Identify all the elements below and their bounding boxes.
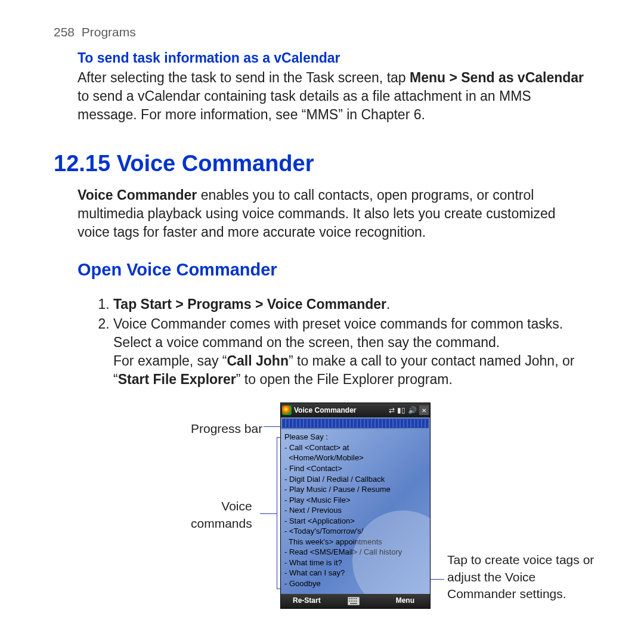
command-line: - Read <SMS/EMail> / Call history: [284, 547, 426, 558]
command-line: - What can I say?: [284, 568, 426, 578]
device-screenshot: Voice Commander ⇄ ▮▯ 🔊 ✕ Please Say : - …: [280, 402, 431, 608]
prompt-label: Please Say :: [284, 432, 426, 442]
menu-path-bold: Menu > Send as vCalendar: [410, 70, 584, 85]
command-line: - Digit Dial / Redial / Callback: [284, 474, 426, 485]
text: Tap: [113, 296, 141, 312]
callout-progress-bar: Progress bar: [191, 420, 262, 437]
volume-icon: 🔊: [408, 405, 417, 415]
path-bold: Start > Programs > Voice Commander: [141, 296, 386, 312]
step-1: Tap Start > Programs > Voice Commander.: [113, 295, 590, 314]
command-line: - Play <Music File>: [284, 495, 426, 506]
command-line: This week's> appointments: [284, 537, 426, 547]
page-header: 258 Programs: [54, 24, 590, 41]
command-line: - Find <Contact>: [284, 463, 426, 474]
callout-voice-commands: Voice commands: [191, 498, 252, 532]
windows-logo-icon: [282, 405, 292, 415]
steps-list: Tap Start > Programs > Voice Commander. …: [95, 295, 590, 389]
device-titlebar: Voice Commander ⇄ ▮▯ 🔊 ✕: [281, 403, 430, 417]
svg-rect-7: [351, 600, 352, 602]
svg-rect-3: [352, 598, 354, 599]
vcalendar-paragraph: After selecting the task to send in the …: [78, 69, 590, 124]
connectivity-icon: ⇄: [389, 405, 395, 415]
close-icon[interactable]: ✕: [419, 405, 429, 415]
subsection-heading: Open Voice Commander: [78, 258, 590, 281]
text: ” to open the File Explorer program.: [236, 371, 453, 387]
intro-bold: Voice Commander: [78, 187, 197, 203]
section-name: Programs: [82, 25, 136, 39]
command-line: - Call <Contact> at: [284, 442, 426, 453]
callout-text: commands: [191, 516, 252, 530]
progress-bar: [282, 419, 429, 428]
example-bold-2: Start File Explorer: [118, 371, 236, 387]
svg-rect-1: [349, 598, 350, 599]
command-line: - Play Music / Pause / Resume: [284, 484, 426, 495]
command-line: - Start <Application>: [284, 516, 426, 527]
menu-button[interactable]: Menu: [363, 596, 430, 605]
svg-rect-4: [354, 598, 355, 599]
command-line: - <Today's/Tomorrow's/: [284, 526, 426, 537]
command-line: <Home/Work/Mobile>: [284, 453, 426, 463]
text: .: [386, 296, 390, 312]
text: Voice Commander comes with preset voice …: [113, 316, 563, 350]
svg-rect-2: [351, 598, 352, 599]
text: After selecting the task to send in the …: [78, 70, 410, 85]
device-body: Please Say : - Call <Contact> at <Home/W…: [281, 429, 430, 593]
device-bottombar: Re-Start Menu: [281, 594, 430, 608]
svg-rect-11: [350, 603, 357, 604]
callout-menu: Tap to create voice tags or adjust the V…: [447, 552, 602, 602]
callout-line: [264, 426, 281, 427]
callout-text: Voice: [221, 499, 252, 513]
device-title: Voice Commander: [294, 405, 356, 415]
callout-text: Progress bar: [191, 422, 262, 435]
svg-rect-10: [356, 600, 357, 602]
intro-paragraph: Voice Commander enables you to call cont…: [78, 186, 590, 242]
text: For example, say “: [113, 353, 227, 369]
callout-line: [277, 437, 277, 589]
text: to send a vCalendar containing task deta…: [78, 88, 531, 122]
svg-rect-9: [354, 600, 355, 602]
command-line: - Goodbye: [284, 578, 426, 589]
command-line: - What time is it?: [284, 558, 426, 568]
page-number: 258: [54, 25, 75, 39]
step-2: Voice Commander comes with preset voice …: [113, 315, 590, 389]
keyboard-icon[interactable]: [345, 596, 363, 606]
svg-rect-5: [356, 598, 357, 599]
subheading-vcalendar: To send task information as a vCalendar: [78, 49, 590, 67]
callout-line: [260, 513, 277, 514]
section-heading: 12.15 Voice Commander: [54, 148, 590, 179]
svg-rect-6: [349, 600, 350, 602]
device-figure: Progress bar Voice commands Tap to creat…: [54, 402, 590, 635]
restart-button[interactable]: Re-Start: [281, 596, 345, 605]
example-bold-1: Call John: [227, 353, 289, 369]
command-line: - Next / Previous: [284, 505, 426, 516]
signal-icon: ▮▯: [397, 405, 405, 415]
svg-rect-8: [352, 600, 354, 602]
